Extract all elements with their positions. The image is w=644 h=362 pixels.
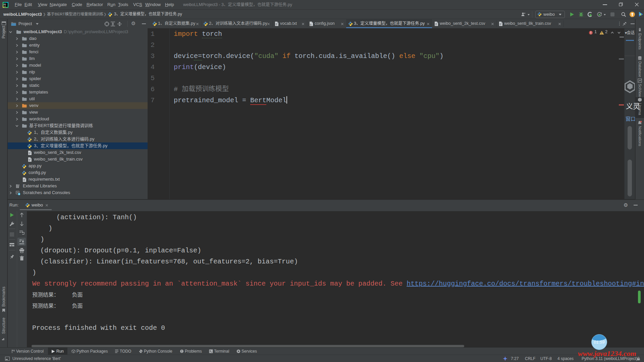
- svg-text:{}: {}: [310, 23, 312, 25]
- svg-text:PC: PC: [4, 3, 6, 5]
